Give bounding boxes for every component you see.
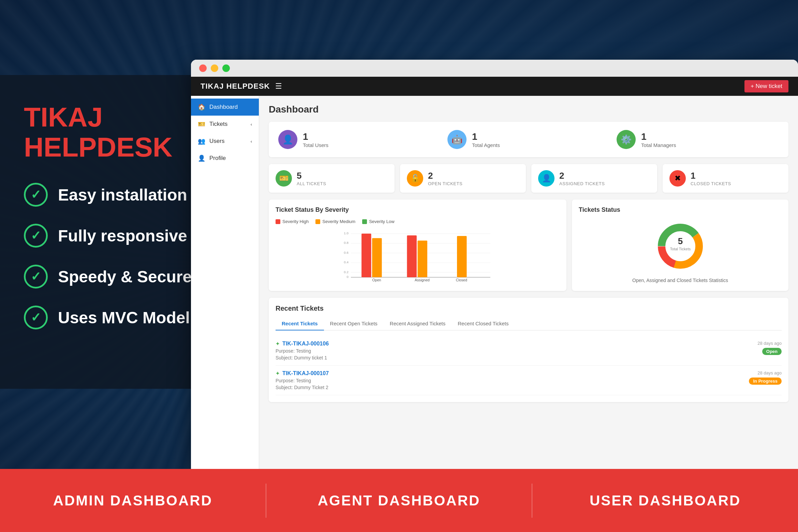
ticket-2-subject: Subject: Dummy Ticket 2 bbox=[276, 385, 329, 390]
managers-stat-num: 1 bbox=[641, 131, 676, 142]
browser-dot-yellow bbox=[211, 64, 218, 72]
bar-chart-title: Ticket Status By Severity bbox=[276, 206, 560, 213]
sidebar-label-profile: Profile bbox=[209, 155, 226, 162]
open-tickets-num: 2 bbox=[428, 171, 462, 181]
svg-text:Closed: Closed bbox=[456, 278, 467, 282]
closed-tickets-info: 1 CLOSED TICKETS bbox=[691, 171, 731, 186]
open-tickets-info: 2 OPEN TICKETS bbox=[428, 171, 462, 186]
recent-tickets-title: Recent Tickets bbox=[276, 305, 782, 312]
charts-row: Ticket Status By Severity Severity High … bbox=[269, 200, 788, 291]
ticket-row-2: TIK-TIKAJ-000107 Purpose: Testing Subjec… bbox=[276, 366, 782, 395]
ticket-1-purpose: Purpose: Testing bbox=[276, 348, 329, 354]
stat-card-agents: 🤖 1 Total Agents bbox=[447, 130, 610, 149]
ticket-2-id[interactable]: TIK-TIKAJ-000107 bbox=[276, 370, 329, 376]
browser-titlebar bbox=[191, 60, 798, 77]
bottom-bar: ADMIN DASHBOARD AGENT DASHBOARD USER DAS… bbox=[0, 469, 798, 532]
hamburger-icon[interactable]: ☰ bbox=[275, 82, 282, 91]
sidebar-item-dashboard[interactable]: 🏠 Dashboard bbox=[191, 99, 259, 116]
agents-stat-icon: 🤖 bbox=[447, 130, 467, 149]
tab-recent-open[interactable]: Recent Open Tickets bbox=[324, 317, 384, 330]
legend-dot-medium bbox=[315, 219, 320, 224]
ticket-2-purpose: Purpose: Testing bbox=[276, 378, 329, 383]
svg-text:0.8: 0.8 bbox=[344, 241, 349, 245]
main-area: 🏠 Dashboard 🎫 Tickets ‹ 👥 Users ‹ 👤 Prof… bbox=[191, 96, 798, 469]
assigned-tickets-label: ASSIGNED TICKETS bbox=[559, 181, 605, 186]
feature-text-1: Easy installation bbox=[58, 186, 187, 204]
users-arrow: ‹ bbox=[251, 139, 252, 144]
sidebar-label-tickets: Tickets bbox=[209, 121, 227, 128]
assigned-tickets-num: 2 bbox=[559, 171, 605, 181]
check-icon-3 bbox=[24, 265, 48, 289]
browser-window: TIKAJ HELPDESK ☰ + New ticket 🏠 Dashboar… bbox=[191, 60, 798, 469]
users-stat-label: Total Users bbox=[303, 142, 328, 148]
feature-text-2: Fully responsive bbox=[58, 226, 187, 245]
users-icon: 👥 bbox=[198, 137, 205, 145]
agents-stat-num: 1 bbox=[472, 131, 500, 142]
donut-svg: 5 Total Tickets bbox=[653, 219, 708, 274]
ticket-stat-closed: ✖ 1 CLOSED TICKETS bbox=[663, 164, 788, 193]
promo-title-red: HELPDESK bbox=[24, 132, 173, 162]
tab-recent-tickets[interactable]: Recent Tickets bbox=[276, 317, 324, 330]
stat-card-users: 👤 1 Total Users bbox=[278, 130, 441, 149]
donut-chart-title: Tickets Status bbox=[579, 206, 782, 213]
open-tickets-icon: 🔓 bbox=[407, 170, 423, 187]
ticket-1-subject: Subject: Dummy ticket 1 bbox=[276, 355, 329, 360]
users-stat-info: 1 Total Users bbox=[303, 131, 328, 148]
tickets-arrow: ‹ bbox=[251, 122, 252, 127]
app-brand-text: TIKAJ HELPDESK bbox=[201, 82, 270, 91]
tab-recent-assigned[interactable]: Recent Assigned Tickets bbox=[384, 317, 452, 330]
bar-chart-svg: 1.0 0.8 0.6 0.4 0.2 0 bbox=[276, 228, 560, 283]
sidebar-item-users[interactable]: 👥 Users ‹ bbox=[191, 133, 259, 150]
bar-chart-card: Ticket Status By Severity Severity High … bbox=[269, 200, 566, 291]
sidebar-label-users: Users bbox=[209, 138, 224, 145]
legend-dot-high bbox=[276, 219, 280, 224]
browser-dot-red bbox=[199, 64, 207, 72]
sidebar-item-tickets[interactable]: 🎫 Tickets ‹ bbox=[191, 116, 259, 133]
all-tickets-icon: 🎫 bbox=[276, 170, 292, 187]
agents-stat-label: Total Agents bbox=[472, 142, 500, 148]
svg-rect-18 bbox=[457, 236, 467, 277]
legend-dot-low bbox=[362, 219, 367, 224]
assigned-tickets-info: 2 ASSIGNED TICKETS bbox=[559, 171, 605, 186]
svg-text:5: 5 bbox=[678, 236, 682, 246]
app-container: TIKAJ HELPDESK ☰ + New ticket 🏠 Dashboar… bbox=[191, 77, 798, 469]
check-icon-2 bbox=[24, 224, 48, 248]
donut-container: 5 Total Tickets Open, Assigned and Close… bbox=[579, 219, 782, 283]
assigned-tickets-icon: 👤 bbox=[538, 170, 555, 187]
open-tickets-label: OPEN TICKETS bbox=[428, 181, 462, 186]
ticket-1-meta: 28 days ago Open bbox=[757, 341, 782, 355]
page-content: Dashboard 👤 1 Total Users 🤖 1 bbox=[259, 96, 798, 469]
ticket-row-1: TIK-TIKAJ-000106 Purpose: Testing Subjec… bbox=[276, 336, 782, 366]
all-tickets-info: 5 ALL TICKETS bbox=[297, 171, 326, 186]
ticket-stat-all: 🎫 5 ALL TICKETS bbox=[269, 164, 395, 193]
svg-text:Assigned: Assigned bbox=[415, 278, 430, 282]
svg-text:0.6: 0.6 bbox=[344, 251, 349, 254]
bottom-section-admin[interactable]: ADMIN DASHBOARD bbox=[0, 492, 266, 509]
sidebar-item-profile[interactable]: 👤 Profile bbox=[191, 150, 259, 167]
bottom-section-agent[interactable]: AGENT DASHBOARD bbox=[266, 492, 532, 509]
ticket-stat-assigned: 👤 2 ASSIGNED TICKETS bbox=[531, 164, 657, 193]
home-icon: 🏠 bbox=[198, 103, 205, 111]
all-tickets-num: 5 bbox=[297, 171, 326, 181]
ticket-stat-open: 🔓 2 OPEN TICKETS bbox=[400, 164, 526, 193]
check-icon-4 bbox=[24, 306, 48, 329]
closed-tickets-label: CLOSED TICKETS bbox=[691, 181, 731, 186]
bottom-section-user[interactable]: USER DASHBOARD bbox=[532, 492, 798, 509]
managers-stat-icon: ⚙️ bbox=[617, 130, 636, 149]
tab-recent-closed[interactable]: Recent Closed Tickets bbox=[452, 317, 515, 330]
ticket-1-status: Open bbox=[762, 348, 782, 355]
svg-rect-13 bbox=[372, 238, 382, 277]
svg-text:1.0: 1.0 bbox=[344, 231, 349, 235]
profile-icon: 👤 bbox=[198, 154, 205, 162]
svg-text:0: 0 bbox=[346, 275, 349, 279]
svg-text:Total Tickets: Total Tickets bbox=[670, 247, 691, 251]
ticket-2-status: In Progress bbox=[749, 378, 782, 385]
ticket-1-id[interactable]: TIK-TIKAJ-000106 bbox=[276, 341, 329, 347]
stats-row-1: 👤 1 Total Users 🤖 1 Total Agents bbox=[269, 122, 788, 157]
legend-label-high: Severity High bbox=[282, 219, 309, 224]
svg-text:Open: Open bbox=[372, 278, 381, 282]
svg-rect-16 bbox=[418, 240, 427, 277]
new-ticket-button[interactable]: + New ticket bbox=[744, 80, 788, 92]
ticket-2-details: TIK-TIKAJ-000107 Purpose: Testing Subjec… bbox=[276, 370, 329, 390]
svg-rect-12 bbox=[361, 234, 371, 277]
